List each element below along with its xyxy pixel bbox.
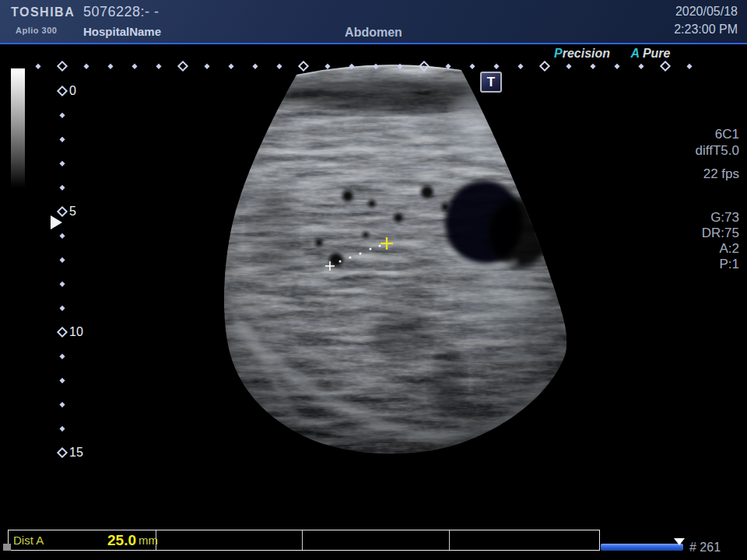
depth-minor-tick bbox=[60, 426, 65, 431]
width-minor-tick bbox=[229, 64, 233, 68]
focus-marker-icon[interactable] bbox=[51, 215, 62, 229]
measurement-label: Dist A bbox=[13, 530, 44, 550]
precision-level-label: P:1 bbox=[696, 257, 739, 272]
width-minor-tick bbox=[591, 64, 595, 68]
depth-minor-tick bbox=[60, 137, 65, 142]
width-minor-tick bbox=[518, 64, 523, 68]
depth-major-tick bbox=[57, 327, 68, 338]
patient-id: 5076228:- - bbox=[83, 4, 160, 20]
depth-minor-tick bbox=[60, 161, 65, 166]
depth-minor-tick bbox=[60, 113, 65, 117]
depth-major-tick bbox=[57, 86, 68, 96]
width-minor-tick bbox=[349, 64, 354, 68]
image-parameters: 6C1 diffT5.0 22 fps G:73 DR:75 A:2 P:1 bbox=[696, 126, 739, 272]
frame-counter: # 261 bbox=[689, 541, 721, 555]
width-minor-tick bbox=[108, 64, 113, 68]
toshiba-logo: TOSHIBA bbox=[11, 5, 75, 19]
depth-major-tick bbox=[57, 447, 68, 458]
width-minor-tick bbox=[398, 64, 402, 68]
measurement-cell-3 bbox=[303, 530, 450, 550]
width-minor-tick bbox=[494, 64, 499, 68]
width-major-tick bbox=[57, 61, 68, 72]
depth-label: 10 bbox=[69, 325, 83, 339]
study-type: Abdomen bbox=[296, 26, 451, 40]
width-major-tick bbox=[539, 61, 550, 72]
width-minor-tick bbox=[277, 64, 282, 68]
depth-minor-tick bbox=[60, 282, 65, 286]
depth-major-tick bbox=[57, 206, 68, 217]
width-minor-tick bbox=[446, 64, 451, 68]
caliper-a-start[interactable] bbox=[325, 261, 335, 271]
width-minor-tick bbox=[615, 64, 619, 68]
header-divider bbox=[0, 43, 747, 44]
depth-minor-tick bbox=[60, 354, 65, 359]
dynamic-range-label: DR:75 bbox=[696, 226, 739, 241]
aplipure-label: A:2 bbox=[696, 241, 739, 257]
measurement-unit: mm bbox=[139, 530, 158, 550]
technology-logos: Precision A Pure bbox=[554, 47, 670, 61]
measurement-value: 25.0 bbox=[93, 530, 136, 550]
transducer-label: 6C1 bbox=[696, 126, 739, 142]
cine-progress-bar[interactable] bbox=[601, 544, 683, 551]
study-date: 2020/05/18 bbox=[675, 5, 738, 19]
width-major-tick bbox=[419, 61, 430, 72]
caliper-dotted-line bbox=[339, 245, 381, 263]
measurement-cell-4 bbox=[450, 530, 599, 550]
width-minor-tick bbox=[36, 64, 40, 68]
orientation-marker-icon[interactable]: T bbox=[480, 72, 502, 93]
hospital-name: HospitalName bbox=[83, 25, 161, 38]
depth-minor-tick bbox=[60, 402, 65, 407]
cine-cursor-icon[interactable] bbox=[674, 538, 685, 545]
thermal-index-label: diffT5.0 bbox=[696, 142, 739, 159]
depth-label: 15 bbox=[69, 446, 83, 460]
depth-minor-tick bbox=[60, 306, 65, 310]
frame-rate-label: 22 fps bbox=[696, 166, 739, 182]
depth-minor-tick bbox=[60, 185, 65, 190]
width-minor-tick bbox=[325, 64, 330, 68]
depth-minor-tick bbox=[60, 257, 65, 262]
precision-logo: Precision bbox=[554, 47, 610, 60]
measurement-results-table: Dist A 25.0 mm bbox=[8, 530, 600, 551]
width-minor-tick bbox=[132, 64, 137, 68]
gain-label: G:73 bbox=[696, 210, 739, 226]
model-label: Aplio 300 bbox=[16, 26, 57, 35]
width-major-tick bbox=[660, 61, 671, 72]
ultrasound-image bbox=[0, 0, 747, 560]
width-minor-tick bbox=[156, 64, 161, 68]
width-minor-tick bbox=[470, 64, 475, 68]
caliper-a-end-active[interactable] bbox=[381, 237, 393, 250]
header-bar: TOSHIBA Aplio 300 5076228:- - HospitalNa… bbox=[0, 0, 747, 43]
width-minor-tick bbox=[205, 64, 209, 68]
study-time: 2:23:00 PM bbox=[674, 23, 738, 37]
width-minor-tick bbox=[374, 64, 378, 68]
width-minor-tick bbox=[566, 64, 571, 68]
depth-label: 0 bbox=[69, 84, 76, 98]
corner-chip bbox=[3, 544, 11, 551]
depth-minor-tick bbox=[60, 233, 65, 238]
width-minor-tick bbox=[253, 64, 258, 68]
apure-logo: A Pure bbox=[630, 47, 670, 60]
depth-minor-tick bbox=[60, 378, 65, 383]
width-major-tick bbox=[298, 61, 309, 72]
width-minor-tick bbox=[687, 64, 692, 68]
width-major-tick bbox=[177, 61, 188, 72]
measurement-cell-2 bbox=[156, 530, 303, 550]
width-minor-tick bbox=[639, 64, 644, 68]
measurement-cell-1: Dist A 25.0 mm bbox=[9, 530, 156, 550]
grayscale-map-bar bbox=[11, 68, 25, 188]
width-minor-tick bbox=[84, 64, 89, 68]
depth-label: 5 bbox=[69, 205, 76, 219]
